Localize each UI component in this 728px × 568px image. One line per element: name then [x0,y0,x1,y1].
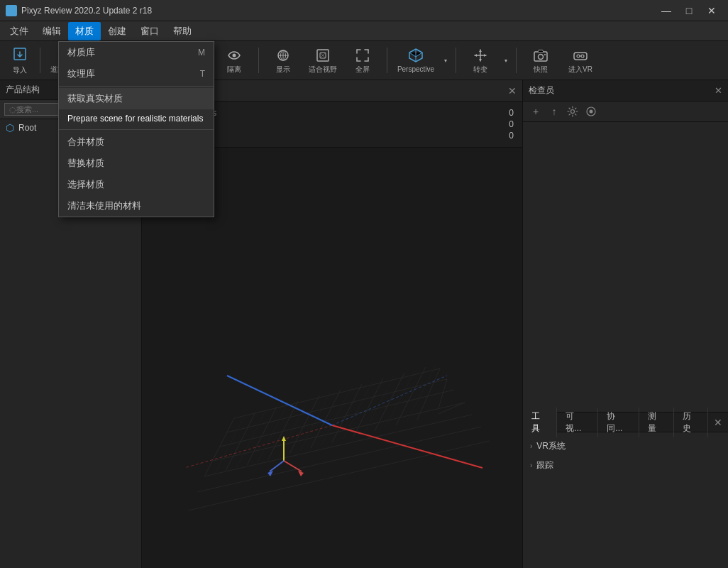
right-panel: 检查员 ✕ + ↑ 工具 可视... [522,80,728,568]
root-label: Root [18,123,36,133]
enter-vr-icon [573,48,588,63]
section-label-vr: VR系统 [536,440,566,452]
snapshot-label: 快照 [534,65,548,74]
menubar: 文件 编辑 材质 创建 窗口 帮助 [0,21,728,41]
inspector-title: 检查员 [529,84,554,97]
toolbar-separator-1 [40,48,40,73]
dropdown-get-realistic[interactable]: 获取真实材质 [59,88,214,109]
close-button[interactable]: ✕ [701,4,722,18]
menu-help[interactable]: 帮助 [166,22,199,40]
svg-point-17 [581,55,584,58]
bottom-panel: 工具 可视... 协同... 测量 历史 ✕ › VR系统 › 跟踪 [523,412,728,568]
bottom-panel-close-btn[interactable]: ✕ [708,414,728,431]
snapshot-button[interactable]: 快照 [522,44,559,77]
app-icon [6,5,17,16]
dropdown-separator-2 [59,129,214,130]
fit-view-icon [315,48,331,63]
menu-material[interactable]: 材质 [68,22,101,40]
svg-point-13 [539,54,544,59]
enter-vr-button[interactable]: 进入VR [562,44,599,77]
browser-panel-close-btn[interactable]: ✕ [508,85,517,97]
import-button[interactable]: 导入 [6,44,34,77]
menu-window[interactable]: 窗口 [133,22,166,40]
toolbar-separator-6 [387,48,387,73]
parts-value: 0 [509,108,514,118]
window-controls: — □ ✕ [656,4,722,18]
triangles-value: 0 [509,119,514,129]
points-value: 0 [509,131,514,141]
dropdown-material-library[interactable]: 材质库 M [59,42,214,63]
toolbar-separator-5 [258,48,259,73]
menu-create[interactable]: 创建 [101,22,133,40]
menu-file[interactable]: 文件 [3,22,35,40]
dropdown-replace-materials[interactable]: 替换材质 [59,153,214,174]
app-title: Pixyz Review 2020.2 Update 2 r18 [21,6,656,16]
section-tracking[interactable]: › 跟踪 [523,456,728,475]
import-icon [12,46,28,63]
material-dropdown-menu: 材质库 M 纹理库 T 获取真实材质 Prepare scene for rea… [58,41,214,217]
transform-label: 转变 [473,65,487,74]
display-button[interactable]: 显示 [265,44,302,77]
transform-button[interactable]: 转变 [462,44,499,77]
display-icon [275,48,291,63]
minimize-button[interactable]: — [656,4,677,18]
inspector-close-btn[interactable]: ✕ [715,85,722,96]
fullscreen-button[interactable]: 全屏 [344,44,381,77]
maximize-button[interactable]: □ [678,4,700,18]
root-icon: ⬡ [6,122,14,133]
menu-edit[interactable]: 编辑 [35,22,68,40]
dropdown-prepare-scene[interactable]: Prepare scene for realistic materials [59,109,214,128]
section-arrow-vr: › [530,442,532,450]
section-label-tracking: 跟踪 [536,459,553,471]
perspective-label: Perspective [397,65,434,74]
enter-vr-label: 进入VR [568,65,592,74]
toolbar-separator-8 [516,48,517,73]
section-vr-system[interactable]: › VR系统 [523,437,728,456]
inspector-move-btn[interactable]: ↑ [547,104,561,119]
titlebar: Pixyz Review 2020.2 Update 2 r18 — □ ✕ [0,0,728,21]
dropdown-texture-library[interactable]: 纹理库 T [59,63,214,84]
inspector-toolbar: + ↑ [523,102,728,122]
svg-point-60 [571,110,575,114]
svg-point-62 [590,110,593,114]
inspector-target-btn[interactable] [584,104,598,119]
product-structure-title: 产品结构 [6,84,40,96]
inspector-gear-btn[interactable] [566,104,580,119]
section-arrow-tracking: › [530,462,532,469]
fullscreen-label: 全屏 [355,65,370,74]
perspective-dropdown[interactable]: ▾ [441,44,450,77]
bottom-content: › VR系统 › 跟踪 [523,432,728,568]
fit-view-label: 适合视野 [309,65,337,74]
isolate-button[interactable]: 隔离 [216,44,253,77]
toolbar-separator-7 [456,48,456,73]
fit-view-button[interactable]: 适合视野 [304,44,341,77]
display-label: 显示 [276,65,290,74]
dropdown-separator-1 [59,86,214,87]
fullscreen-icon [355,48,370,63]
isolate-icon [226,48,242,63]
snapshot-icon [533,48,548,63]
dropdown-clean-materials[interactable]: 清洁未使用的材料 [59,195,214,217]
svg-point-16 [577,55,580,58]
transform-icon [473,48,488,63]
svg-point-7 [233,53,236,57]
inspector-header: 检查员 ✕ [523,80,728,102]
transform-dropdown[interactable]: ▾ [502,44,510,77]
svg-point-14 [544,54,546,55]
dropdown-merge-materials[interactable]: 合并材质 [59,131,214,153]
perspective-button[interactable]: Perspective [393,44,439,77]
import-label: 导入 [13,65,27,75]
inspector-content [523,122,728,412]
inspector-add-btn[interactable]: + [529,104,543,119]
bottom-tabs: 工具 可视... 协同... 测量 历史 ✕ [523,413,728,432]
perspective-icon [408,48,424,63]
dropdown-select-materials[interactable]: 选择材质 [59,174,214,195]
isolate-label: 隔离 [227,65,241,74]
